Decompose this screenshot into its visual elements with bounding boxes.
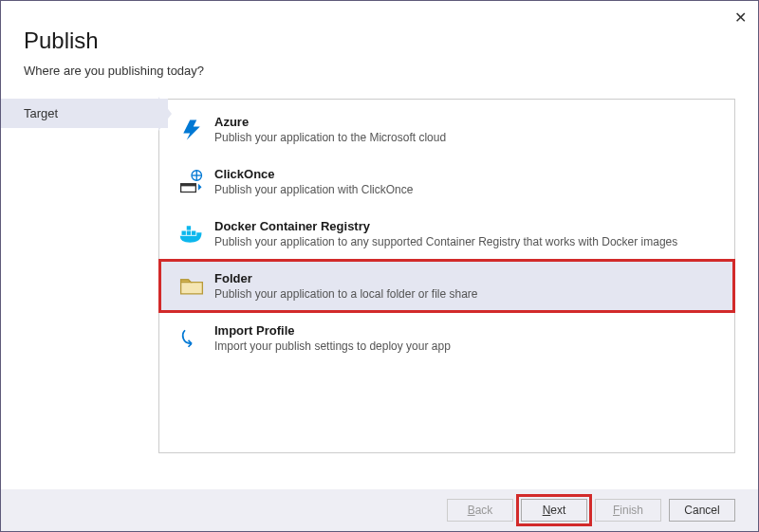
page-subtitle: Where are you publishing today? xyxy=(24,64,735,78)
option-desc: Publish your application to a local fold… xyxy=(214,287,721,301)
header: Publish Where are you publishing today? xyxy=(1,1,758,85)
svg-rect-6 xyxy=(187,231,191,235)
option-title: Folder xyxy=(214,271,721,285)
next-button[interactable]: Next xyxy=(521,499,587,522)
option-folder[interactable]: Folder Publish your application to a loc… xyxy=(159,260,734,312)
svg-rect-4 xyxy=(181,184,196,187)
option-title: Import Profile xyxy=(214,323,721,338)
svg-rect-5 xyxy=(182,231,186,235)
clickonce-icon xyxy=(173,167,211,195)
finish-button: Finish xyxy=(595,499,661,522)
close-icon[interactable]: ✕ xyxy=(734,9,747,27)
step-target[interactable]: Target xyxy=(1,99,168,128)
wizard-footer: Back Next Finish Cancel xyxy=(1,489,758,531)
option-title: Azure xyxy=(214,115,721,129)
folder-icon xyxy=(173,271,211,300)
option-desc: Publish your application to the Microsof… xyxy=(214,131,721,144)
svg-rect-7 xyxy=(192,231,195,235)
svg-rect-8 xyxy=(187,226,191,229)
page-title: Publish xyxy=(24,28,735,54)
option-title: ClickOnce xyxy=(214,167,721,181)
option-azure[interactable]: Azure Publish your application to the Mi… xyxy=(159,103,734,156)
option-import-profile[interactable]: Import Profile Import your publish setti… xyxy=(159,312,734,364)
option-docker[interactable]: Docker Container Registry Publish your a… xyxy=(159,208,734,260)
option-clickonce[interactable]: ClickOnce Publish your application with … xyxy=(159,156,734,208)
docker-icon xyxy=(173,219,211,248)
option-title: Docker Container Registry xyxy=(214,219,721,233)
wizard-steps: Target xyxy=(1,99,158,453)
option-desc: Publish your application to any supporte… xyxy=(214,235,721,248)
back-button: Back xyxy=(447,499,513,522)
option-desc: Publish your application with ClickOnce xyxy=(214,183,721,196)
azure-icon xyxy=(173,115,211,143)
target-options-panel: Azure Publish your application to the Mi… xyxy=(158,99,735,453)
cancel-button[interactable]: Cancel xyxy=(669,499,735,522)
option-desc: Import your publish settings to deploy y… xyxy=(214,339,721,353)
import-icon xyxy=(173,323,211,352)
